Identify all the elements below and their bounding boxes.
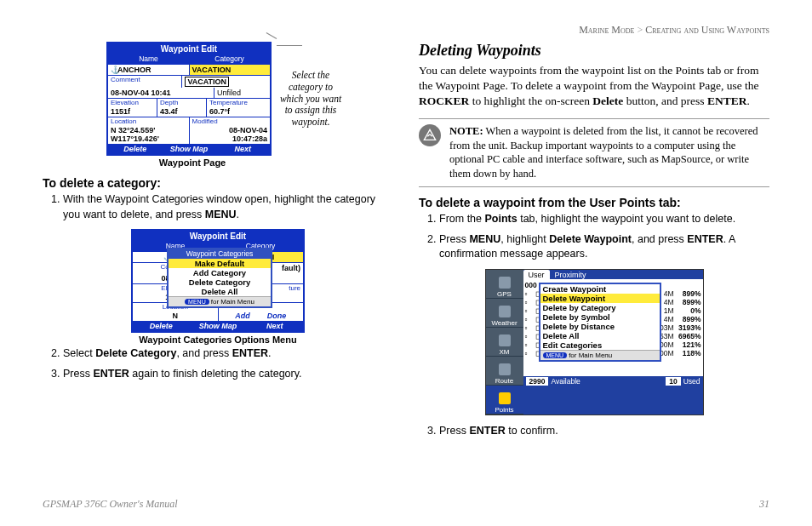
waypoint-categories-figure: Waypoint Edit NameCategory ⚓ANC VACATI C… [131,229,305,333]
stat-used-n: 10 [666,377,680,386]
breadcrumb-sep: > [637,24,643,36]
stat-avail-n: 2990 [526,377,549,386]
r-step-1: From the Points tab, highlight the waypo… [439,212,769,227]
device-title: Waypoint Edit [108,43,270,54]
device2-title: Waypoint Edit [133,231,303,242]
menu-item-delete-by-category[interactable]: Delete by Category [540,303,660,312]
step-3: Press ENTER again to finish deleting the… [63,367,393,382]
sidetab-icon [499,277,511,289]
inner-done[interactable]: Done [267,312,287,320]
breadcrumb-section: Marine Mode [579,24,634,36]
loc2: N [133,311,219,321]
step-1: With the Waypoint Categories window open… [63,192,393,222]
menu-hint: MENUfor Main Menu [540,350,660,360]
btn-showmap[interactable]: Show Map [162,144,215,154]
intro-paragraph: You can delete waypoints from the waypoi… [419,63,769,110]
footer-page: 31 [759,498,769,511]
label-loc: Location [108,117,190,125]
sidetab-icon [499,363,511,375]
sidetab-gps[interactable]: GPS [486,270,523,299]
stat-used: Used [683,377,700,386]
category-value-hl: VACATION [190,65,271,75]
category-unfiled: Unfiled [214,88,270,98]
sidetab-xm[interactable]: XM [486,328,523,357]
popup-item-make-default[interactable]: Make Default [169,259,271,268]
temp-value: 60.7°f [207,106,270,117]
sidetab-route[interactable]: Route [486,357,523,386]
label-mod: Modified [190,117,271,125]
heading-delete-category: To delete a category: [43,176,393,190]
popup-hint: MENUfor Main Menu [169,296,271,306]
stat-avail: Available [551,377,666,386]
popup-title: Waypoint Categories [169,249,271,259]
tab-proximity[interactable]: Proximity [550,270,592,279]
popup-item-delete-category[interactable]: Delete Category [169,277,271,287]
sidetab-icon [499,392,511,404]
fig1-caption: Waypoint Page [0,157,393,168]
inner-add[interactable]: Add [235,312,250,320]
label-elev: Elevation [108,99,157,106]
points-context-menu: Create WaypointDelete WaypointDelete by … [539,283,661,362]
category-value2: VACATION [185,77,229,87]
categories-popup: Waypoint Categories Make Default Add Cat… [167,248,272,308]
note-text: NOTE: When a waypoint is deleted from th… [449,124,769,182]
popup-item-delete-all[interactable]: Delete All [169,287,271,296]
anchor-icon: ⚓ [111,66,117,74]
name-value: ANCHOR [117,66,152,74]
menu-item-delete-all[interactable]: Delete All [540,331,660,340]
sidetab-icon [499,334,511,346]
btn-showmap2[interactable]: Show Map [190,321,247,331]
hdr-name: Name [108,54,189,64]
waypoint-page-figure: Waypoint Edit Name Category ⚓ANCHOR VACA… [106,42,272,156]
sidetab-points[interactable]: Points [486,386,523,415]
note-icon [419,124,441,146]
callout-text: Select the category to which you want to… [277,70,345,129]
depth-value: 43.4f [157,106,207,117]
sidetab-icon [499,306,511,317]
label-temp: Temperature [207,99,270,106]
label-depth: Depth [157,99,207,106]
menu-item-create-waypoint[interactable]: Create Waypoint [540,284,660,294]
menu-pill-icon2: MENU [543,352,568,358]
footer-manual: GPSMAP 376C Owner's Manual [43,498,178,511]
label-comment: Comment [108,76,182,88]
menu-item-delete-waypoint[interactable]: Delete Waypoint [540,294,660,303]
menu-pill-icon: MENU [185,299,209,305]
breadcrumb: Marine Mode > Creating and Using Waypoin… [43,24,769,37]
btn-delete[interactable]: Delete [108,144,162,154]
popup-item-add-category[interactable]: Add Category [169,268,271,277]
comment-value: 08-NOV-04 10:41 [108,88,214,98]
status-bar: 2990 Available 10 Used [523,376,703,386]
btn-delete2[interactable]: Delete [133,321,190,331]
btn-next2[interactable]: Next [246,321,303,331]
r-step-3: Press ENTER to confirm. [439,424,769,439]
note-box: NOTE: When a waypoint is deleted from th… [419,118,769,188]
breadcrumb-sub: Creating and Using Waypoints [645,24,769,36]
heading-deleting-waypoints: Deleting Waypoints [419,42,769,60]
loc-value: N 32°24.559'W117°19.426' [108,125,190,144]
points-tab-figure: GPSWeatherXMRoutePoints User Proximity 0… [485,269,704,415]
callout-line [277,45,302,46]
elev-value: 1151f [108,106,157,117]
step-2: Select Delete Category, and press ENTER. [63,346,393,362]
tab-user[interactable]: User [523,270,550,279]
hdr-category: Category [189,54,270,64]
r-step-2: Press MENU, highlight Delete Waypoint, a… [439,232,769,262]
btn-next[interactable]: Next [216,144,270,154]
sidetab-weather[interactable]: Weather [486,299,523,328]
heading-delete-waypoint: To delete a waypoint from the User Point… [419,196,769,209]
menu-item-edit-categories[interactable]: Edit Categories [540,340,660,350]
menu-item-delete-by-symbol[interactable]: Delete by Symbol [540,312,660,322]
menu-item-delete-by-distance[interactable]: Delete by Distance [540,322,660,331]
fig2-caption: Waypoint Categories Options Menu [43,334,393,345]
mod-value: 08-NOV-0410:47:28a [190,125,271,144]
